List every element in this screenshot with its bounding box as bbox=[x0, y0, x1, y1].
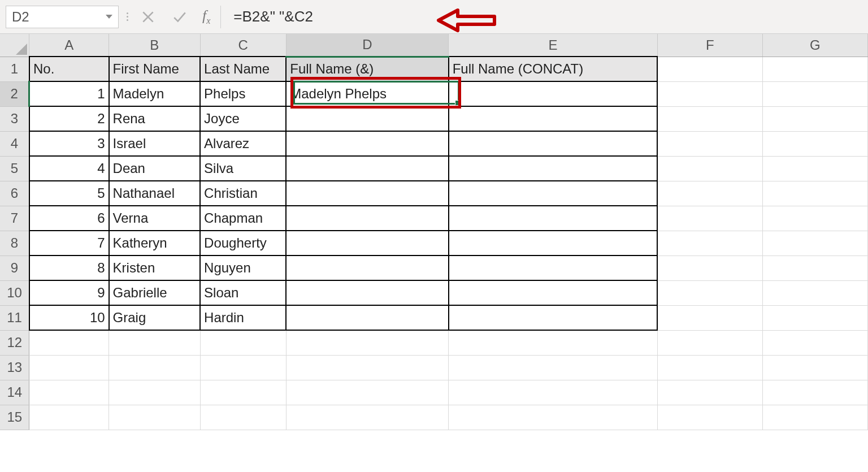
cell-A15[interactable] bbox=[29, 405, 109, 430]
formula-input[interactable]: =B2&" "&C2 bbox=[228, 6, 862, 28]
cell-F3[interactable] bbox=[657, 106, 762, 131]
cell-C9[interactable]: Nguyen bbox=[200, 256, 286, 280]
cell-F4[interactable] bbox=[657, 131, 762, 156]
cell-D7[interactable] bbox=[286, 206, 448, 231]
cell-F15[interactable] bbox=[657, 405, 762, 430]
col-header-E[interactable]: E bbox=[449, 34, 658, 57]
cell-B3[interactable]: Rena bbox=[109, 106, 200, 131]
cell-D13[interactable] bbox=[286, 355, 448, 380]
cell-C6[interactable]: Christian bbox=[200, 181, 286, 206]
col-header-A[interactable]: A bbox=[29, 34, 109, 57]
select-all-corner[interactable] bbox=[0, 34, 29, 57]
cell-F10[interactable] bbox=[657, 280, 762, 305]
cell-F7[interactable] bbox=[657, 206, 762, 231]
cell-F14[interactable] bbox=[657, 380, 762, 405]
row-header-4[interactable]: 4 bbox=[0, 131, 29, 156]
cell-F5[interactable] bbox=[657, 156, 762, 181]
cell-B8[interactable]: Katheryn bbox=[109, 231, 200, 256]
cell-D4[interactable] bbox=[286, 131, 448, 156]
cell-C15[interactable] bbox=[200, 405, 286, 430]
cell-A12[interactable] bbox=[29, 330, 109, 355]
cell-A1[interactable]: No. bbox=[29, 57, 109, 81]
cell-F6[interactable] bbox=[657, 181, 762, 206]
spreadsheet-area[interactable]: ABCDEFG1No.First NameLast NameFull Name … bbox=[0, 34, 868, 472]
col-header-D[interactable]: D bbox=[286, 34, 448, 57]
cell-D11[interactable] bbox=[286, 305, 448, 330]
cell-E7[interactable] bbox=[449, 206, 658, 231]
cell-A3[interactable]: 2 bbox=[29, 106, 109, 131]
row-header-15[interactable]: 15 bbox=[0, 405, 29, 430]
cell-D12[interactable] bbox=[286, 330, 448, 355]
cell-C10[interactable]: Sloan bbox=[200, 280, 286, 305]
cell-B4[interactable]: Israel bbox=[109, 131, 200, 156]
cell-C14[interactable] bbox=[200, 380, 286, 405]
cell-A2[interactable]: 1 bbox=[29, 81, 109, 106]
enter-button[interactable] bbox=[167, 6, 192, 28]
cell-D8[interactable] bbox=[286, 231, 448, 256]
cell-E13[interactable] bbox=[449, 355, 658, 380]
cell-D14[interactable] bbox=[286, 380, 448, 405]
cell-E8[interactable] bbox=[449, 231, 658, 256]
col-header-F[interactable]: F bbox=[657, 34, 762, 57]
cell-C13[interactable] bbox=[200, 355, 286, 380]
cell-G8[interactable] bbox=[762, 231, 867, 256]
cell-C3[interactable]: Joyce bbox=[200, 106, 286, 131]
cell-C1[interactable]: Last Name bbox=[200, 57, 286, 81]
cell-E6[interactable] bbox=[449, 181, 658, 206]
cell-E10[interactable] bbox=[449, 280, 658, 305]
cell-B12[interactable] bbox=[109, 330, 200, 355]
cell-F8[interactable] bbox=[657, 231, 762, 256]
cell-D5[interactable] bbox=[286, 156, 448, 181]
cell-A14[interactable] bbox=[29, 380, 109, 405]
col-header-B[interactable]: B bbox=[109, 34, 200, 57]
cell-D1[interactable]: Full Name (&) bbox=[286, 57, 448, 81]
cell-B7[interactable]: Verna bbox=[109, 206, 200, 231]
cell-A9[interactable]: 8 bbox=[29, 256, 109, 280]
cell-G4[interactable] bbox=[762, 131, 867, 156]
cell-C4[interactable]: Alvarez bbox=[200, 131, 286, 156]
cell-B2[interactable]: Madelyn bbox=[109, 81, 200, 106]
cell-D3[interactable] bbox=[286, 106, 448, 131]
cell-G13[interactable] bbox=[762, 355, 867, 380]
cell-D10[interactable] bbox=[286, 280, 448, 305]
row-header-12[interactable]: 12 bbox=[0, 330, 29, 355]
cell-E1[interactable]: Full Name (CONCAT) bbox=[449, 57, 658, 81]
cell-G12[interactable] bbox=[762, 330, 867, 355]
cell-G10[interactable] bbox=[762, 280, 867, 305]
row-header-9[interactable]: 9 bbox=[0, 256, 29, 280]
cell-E5[interactable] bbox=[449, 156, 658, 181]
cell-F12[interactable] bbox=[657, 330, 762, 355]
cell-C8[interactable]: Dougherty bbox=[200, 231, 286, 256]
insert-function-button[interactable]: fx bbox=[199, 7, 214, 26]
cell-B10[interactable]: Gabrielle bbox=[109, 280, 200, 305]
cell-E2[interactable] bbox=[449, 81, 658, 106]
cell-B11[interactable]: Graig bbox=[109, 305, 200, 330]
cell-G6[interactable] bbox=[762, 181, 867, 206]
cell-C2[interactable]: Phelps bbox=[200, 81, 286, 106]
row-header-5[interactable]: 5 bbox=[0, 156, 29, 181]
cell-F13[interactable] bbox=[657, 355, 762, 380]
cell-E15[interactable] bbox=[449, 405, 658, 430]
row-header-11[interactable]: 11 bbox=[0, 305, 29, 330]
cell-G11[interactable] bbox=[762, 305, 867, 330]
row-header-3[interactable]: 3 bbox=[0, 106, 29, 131]
cell-B13[interactable] bbox=[109, 355, 200, 380]
row-header-10[interactable]: 10 bbox=[0, 280, 29, 305]
col-header-C[interactable]: C bbox=[200, 34, 286, 57]
cell-A7[interactable]: 6 bbox=[29, 206, 109, 231]
cell-A6[interactable]: 5 bbox=[29, 181, 109, 206]
cell-C12[interactable] bbox=[200, 330, 286, 355]
name-box[interactable]: D2 bbox=[6, 6, 119, 28]
cell-B6[interactable]: Nathanael bbox=[109, 181, 200, 206]
cell-D6[interactable] bbox=[286, 181, 448, 206]
cell-G3[interactable] bbox=[762, 106, 867, 131]
cell-F11[interactable] bbox=[657, 305, 762, 330]
cell-B5[interactable]: Dean bbox=[109, 156, 200, 181]
cell-D15[interactable] bbox=[286, 405, 448, 430]
cell-D2[interactable]: Madelyn Phelps bbox=[286, 81, 448, 106]
cell-F1[interactable] bbox=[657, 57, 762, 81]
cell-G14[interactable] bbox=[762, 380, 867, 405]
row-header-1[interactable]: 1 bbox=[0, 57, 29, 81]
cell-G15[interactable] bbox=[762, 405, 867, 430]
cell-B15[interactable] bbox=[109, 405, 200, 430]
